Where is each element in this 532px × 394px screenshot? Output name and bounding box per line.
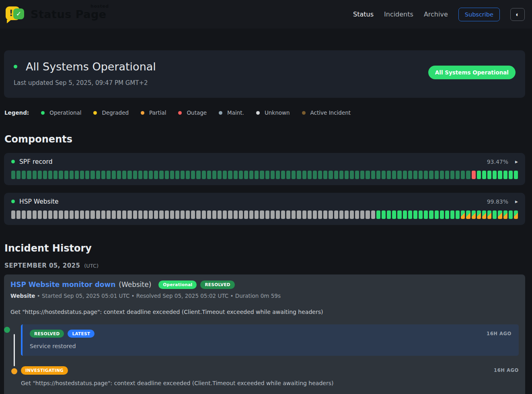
uptime-bar-unknown[interactable] [196,210,200,219]
uptime-bar-operational-muted[interactable] [350,171,354,179]
uptime-bar-operational-muted[interactable] [440,171,444,179]
uptime-bar-unknown[interactable] [170,210,174,219]
uptime-bar-unknown[interactable] [339,210,343,219]
uptime-bar-operational-muted[interactable] [186,171,190,179]
brand-logo[interactable]: ! ✓ Status Page hosted [6,5,107,24]
uptime-bar-unknown[interactable] [85,210,89,219]
uptime-bar-operational-muted[interactable] [64,171,68,179]
uptime-bar-operational-muted[interactable] [212,171,216,179]
uptime-bar-operational-muted[interactable] [175,171,179,179]
uptime-bar-unknown[interactable] [80,210,84,219]
uptime-bar-operational-muted[interactable] [318,171,322,179]
uptime-bar-unknown[interactable] [127,210,131,219]
uptime-bar-unknown[interactable] [350,210,354,219]
uptime-bar-unknown[interactable] [313,210,317,219]
uptime-bar-unknown[interactable] [202,210,206,219]
uptime-bar-unknown[interactable] [292,210,296,219]
uptime-bar-unknown[interactable] [207,210,211,219]
uptime-bar-operational-muted[interactable] [191,171,195,179]
uptime-bar-degraded-partial[interactable] [482,210,486,219]
uptime-bar-operational-muted[interactable] [90,171,94,179]
uptime-bar-operational-muted[interactable] [165,171,169,179]
uptime-bar-operational-muted[interactable] [323,171,327,179]
uptime-bar-operational-muted[interactable] [413,171,417,179]
uptime-bar-operational-muted[interactable] [308,171,312,179]
uptime-bar-unknown[interactable] [186,210,190,219]
uptime-bar-unknown[interactable] [22,210,26,219]
uptime-bar-operational-muted[interactable] [207,171,211,179]
uptime-bar-operational-muted[interactable] [70,171,74,179]
uptime-bar-operational-muted[interactable] [392,171,396,179]
uptime-bar-operational-muted[interactable] [313,171,317,179]
uptime-bar-operational-muted[interactable] [403,171,407,179]
uptime-bar-operational[interactable] [376,210,380,219]
uptime-bar-unknown[interactable] [308,210,312,219]
uptime-bar-operational-muted[interactable] [22,171,26,179]
uptime-bar-operational-muted[interactable] [96,171,100,179]
uptime-bar-unknown[interactable] [112,210,116,219]
uptime-bar-operational-muted[interactable] [408,171,412,179]
uptime-bar-operational[interactable] [397,210,401,219]
uptime-bar-operational-muted[interactable] [397,171,401,179]
uptime-bar-operational-muted[interactable] [249,171,253,179]
uptime-bar-operational[interactable] [514,171,518,179]
uptime-bar-operational-muted[interactable] [48,171,52,179]
uptime-bar-operational-muted[interactable] [419,171,423,179]
uptime-bar-unknown[interactable] [286,210,290,219]
uptime-bar-operational-muted[interactable] [159,171,163,179]
uptime-bar-operational-muted[interactable] [144,171,148,179]
uptime-bar-degraded-partial[interactable] [503,210,507,219]
uptime-bar-unknown[interactable] [175,210,179,219]
uptime-bar-operational[interactable] [419,210,423,219]
uptime-bar-unknown[interactable] [371,210,375,219]
uptime-bar-unknown[interactable] [90,210,94,219]
incident-title-link[interactable]: HSP Website monitor down [10,281,115,289]
uptime-bar-operational-muted[interactable] [255,171,259,179]
uptime-bar-unknown[interactable] [154,210,158,219]
uptime-bar-unknown[interactable] [239,210,243,219]
uptime-bar-operational-muted[interactable] [466,171,470,179]
uptime-bar-operational[interactable] [424,210,428,219]
uptime-bar-operational-muted[interactable] [196,171,200,179]
uptime-bar-operational[interactable] [482,171,486,179]
uptime-bar-operational-muted[interactable] [80,171,84,179]
uptime-bar-unknown[interactable] [133,210,137,219]
uptime-bar-operational-muted[interactable] [366,171,370,179]
uptime-bar-operational[interactable] [509,210,513,219]
uptime-bar-operational[interactable] [456,210,460,219]
uptime-bar-operational-muted[interactable] [292,171,296,179]
uptime-bar-operational-muted[interactable] [424,171,428,179]
uptime-bar-operational-muted[interactable] [450,171,454,179]
uptime-bar-operational-muted[interactable] [133,171,137,179]
uptime-bar-unknown[interactable] [228,210,232,219]
uptime-bar-unknown[interactable] [260,210,264,219]
uptime-bar-unknown[interactable] [191,210,195,219]
uptime-bar-operational-muted[interactable] [59,171,63,179]
uptime-bar-operational-muted[interactable] [228,171,232,179]
uptime-bar-operational[interactable] [487,171,491,179]
uptime-bar-operational-muted[interactable] [286,171,290,179]
uptime-bar-operational-muted[interactable] [445,171,449,179]
uptime-bar-unknown[interactable] [70,210,74,219]
uptime-bar-operational[interactable] [509,171,513,179]
uptime-bar-operational-muted[interactable] [271,171,275,179]
uptime-bar-operational-muted[interactable] [38,171,42,179]
uptime-bar-operational-muted[interactable] [345,171,349,179]
uptime-bar-operational[interactable] [445,210,449,219]
uptime-bar-operational-muted[interactable] [244,171,248,179]
uptime-bar-operational-muted[interactable] [122,171,126,179]
uptime-bar-operational-muted[interactable] [170,171,174,179]
uptime-bar-operational-muted[interactable] [202,171,206,179]
uptime-bar-operational[interactable] [477,171,481,179]
uptime-bar-unknown[interactable] [107,210,111,219]
uptime-bar-operational[interactable] [435,210,439,219]
uptime-bar-operational-muted[interactable] [371,171,375,179]
uptime-bar-unknown[interactable] [276,210,280,219]
uptime-bar-operational-muted[interactable] [101,171,105,179]
uptime-bar-unknown[interactable] [249,210,253,219]
uptime-bar-operational-muted[interactable] [11,171,15,179]
uptime-bar-operational-muted[interactable] [456,171,460,179]
uptime-bar-unknown[interactable] [122,210,126,219]
uptime-bar-operational-muted[interactable] [117,171,121,179]
uptime-bar-operational[interactable] [440,210,444,219]
